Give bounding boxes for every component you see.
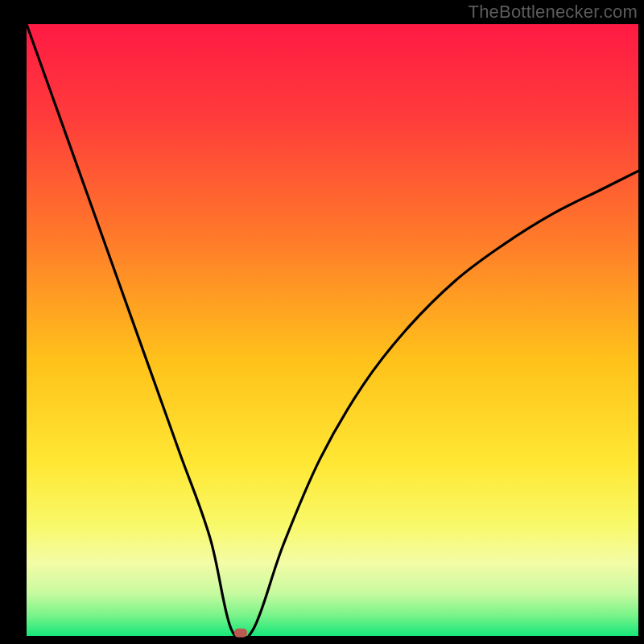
bottleneck-chart (0, 0, 644, 644)
plot-background (27, 24, 638, 636)
optimum-marker (234, 629, 247, 638)
chart-frame: TheBottlenecker.com (0, 0, 644, 644)
